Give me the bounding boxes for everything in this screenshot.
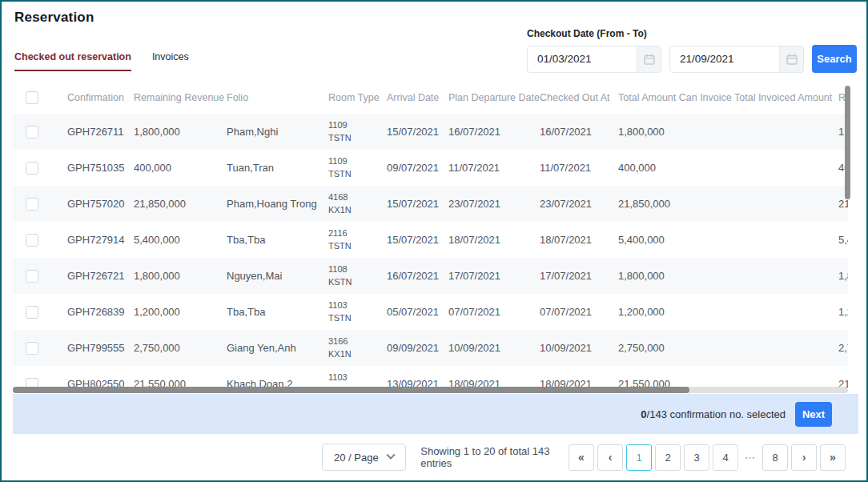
page-4-button[interactable]: 4: [713, 444, 738, 471]
cell-confirmation: GPH727914: [67, 222, 134, 258]
first-page-button[interactable]: «: [569, 444, 594, 471]
cell-checked-out-at: 07/07/2021: [540, 294, 618, 330]
cell-folio: Tba,Tba: [227, 222, 328, 258]
next-page-button[interactable]: ›: [791, 444, 817, 471]
selection-text: /143 confirmation no. selected: [647, 408, 786, 420]
last-page-button[interactable]: »: [820, 444, 846, 471]
page-2-button[interactable]: 2: [655, 444, 681, 471]
checkout-date-to-value: 21/09/2021: [670, 46, 779, 72]
row-checkbox[interactable]: [26, 234, 38, 247]
pages-ellipsis: ⋯: [741, 444, 759, 471]
cell-room-type: 1109 TSTN: [328, 150, 387, 186]
col-total-invoiced-amount: Total Invoiced Amount: [734, 82, 838, 114]
cell-total-amount-can-invoice: 2,750,000: [618, 330, 734, 366]
cell-checked-out-at: 16/07/2021: [540, 114, 618, 150]
checkout-date-from-input[interactable]: 01/03/2021: [527, 46, 661, 73]
cell-arrival-date: 15/07/2021: [387, 186, 448, 222]
search-button[interactable]: Search: [812, 45, 857, 73]
table-row[interactable]: GPH727914 5,400,000 Tba,Tba 2116 TSTN 15…: [13, 222, 848, 258]
cell-arrival-date: 16/07/2021: [387, 258, 448, 294]
room-number: 3166: [328, 335, 348, 348]
vertical-scrollbar[interactable]: [845, 84, 850, 388]
page-8-button[interactable]: 8: [762, 444, 788, 471]
cell-plan-departure-date: 07/07/2021: [448, 294, 540, 330]
select-all-checkbox[interactable]: [26, 91, 38, 104]
col-plan-departure-date: Plan Departure Date: [448, 82, 540, 114]
table-header-row: Confirmation Remaining Revenue Folio Roo…: [13, 82, 848, 114]
room-number: 4168: [328, 191, 348, 204]
cell-arrival-date: 15/07/2021: [387, 222, 448, 258]
cell-checked-out-at: 23/07/2021: [540, 186, 618, 222]
checkout-date-to-input[interactable]: 21/09/2021: [669, 46, 804, 73]
cell-checked-out-at: 10/09/2021: [540, 330, 618, 366]
cell-plan-departure-date: 11/07/2021: [448, 150, 540, 186]
pagination: 20 / Page Showing 1 to 20 of total 143 e…: [322, 444, 846, 471]
cell-total-amount-can-invoice: 1,200,000: [618, 294, 734, 330]
selected-count: 0: [641, 408, 646, 420]
row-checkbox[interactable]: [26, 306, 38, 319]
table-body: GPH726711 1,800,000 Pham,Nghi 1109 TSTN …: [13, 114, 848, 393]
cell-plan-departure-date: 23/07/2021: [448, 186, 540, 222]
pager-buttons: «‹1234⋯8›»: [569, 444, 846, 471]
table-row[interactable]: GPH726711 1,800,000 Pham,Nghi 1109 TSTN …: [13, 114, 848, 150]
cell-total-invoiced-amount: [734, 294, 838, 330]
row-checkbox[interactable]: [26, 162, 38, 175]
reservations-table: Confirmation Remaining Revenue Folio Roo…: [13, 82, 848, 393]
cell-total-invoiced-amount: [734, 330, 838, 366]
cell-remaining-revenue: 5,400,000: [134, 222, 227, 258]
horizontal-scrollbar[interactable]: [13, 387, 848, 393]
row-checkbox[interactable]: [26, 270, 38, 283]
row-checkbox[interactable]: [26, 342, 38, 355]
cell-remaining-revenue: 1,200,000: [134, 294, 227, 330]
room-code: KX1N: [328, 204, 352, 217]
cell-confirmation: GPH799555: [67, 330, 134, 366]
cell-checked-out-at: 11/07/2021: [540, 150, 618, 186]
table-row[interactable]: GPH726839 1,200,000 Tba,Tba 1103 TSTN 05…: [13, 294, 848, 330]
cell-total-invoiced-amount: [734, 150, 838, 186]
entries-summary: Showing 1 to 20 of total 143 entries: [420, 445, 569, 469]
cell-arrival-date: 15/07/2021: [387, 114, 448, 150]
cell-remaining-revenue: 1,800,000: [134, 258, 227, 294]
cell-folio: Pham,Hoang Trong: [227, 186, 328, 222]
cell-room-type: 4168 KX1N: [328, 186, 387, 222]
tabs: Checked out reservation Invoices: [14, 51, 189, 71]
room-code: KSTN: [328, 276, 352, 289]
room-number: 1109: [328, 155, 348, 168]
checkout-date-label: Checkout Date (From - To): [527, 28, 857, 39]
cell-confirmation: GPH757020: [67, 186, 134, 222]
page-3-button[interactable]: 3: [684, 444, 709, 471]
table-row[interactable]: GPH757020 21,850,000 Pham,Hoang Trong 41…: [13, 186, 848, 222]
col-total-amount-can-invoice: Total Amount Can Invoice: [618, 82, 734, 114]
cell-checked-out-at: 17/07/2021: [540, 258, 618, 294]
horizontal-scrollbar-thumb[interactable]: [13, 387, 689, 393]
room-number: 1108: [328, 263, 348, 276]
cell-total-invoiced-amount: [734, 222, 838, 258]
checkout-date-from-value: 01/03/2021: [528, 46, 637, 72]
next-button[interactable]: Next: [795, 402, 832, 427]
table-row[interactable]: GPH726721 1,800,000 Nguyen,Mai 1108 KSTN…: [13, 258, 848, 294]
cell-folio: Tba,Tba: [227, 294, 328, 330]
calendar-icon[interactable]: [637, 46, 661, 72]
checkout-date-filter: Checkout Date (From - To) 01/03/2021 21/…: [527, 28, 857, 73]
tab-checked-out-reservation[interactable]: Checked out reservation: [14, 51, 131, 71]
cell-plan-departure-date: 16/07/2021: [448, 114, 540, 150]
table-row[interactable]: GPH799555 2,750,000 Giang Yen,Anh 3166 K…: [13, 330, 848, 366]
cell-total-amount-can-invoice: 21,850,000: [618, 186, 734, 222]
cell-remaining-revenue: 1,800,000: [134, 114, 227, 150]
table-row[interactable]: GPH751035 400,000 Tuan,Tran 1109 TSTN 09…: [13, 150, 848, 186]
page-1-button[interactable]: 1: [626, 444, 652, 471]
room-code: KX1N: [328, 348, 352, 361]
cell-folio: Tuan,Tran: [227, 150, 328, 186]
room-number: 1109: [328, 119, 348, 132]
cell-arrival-date: 05/07/2021: [387, 294, 448, 330]
page-size-select[interactable]: 20 / Page: [322, 444, 406, 471]
prev-page-button[interactable]: ‹: [597, 444, 623, 471]
cell-remaining-revenue: 21,850,000: [134, 186, 227, 222]
room-code: TSTN: [328, 240, 352, 253]
row-checkbox[interactable]: [26, 198, 38, 211]
calendar-icon[interactable]: [779, 46, 803, 72]
tab-invoices[interactable]: Invoices: [152, 51, 189, 71]
row-checkbox[interactable]: [26, 126, 38, 139]
room-number: 1103: [328, 299, 348, 312]
vertical-scrollbar-thumb[interactable]: [845, 86, 850, 199]
